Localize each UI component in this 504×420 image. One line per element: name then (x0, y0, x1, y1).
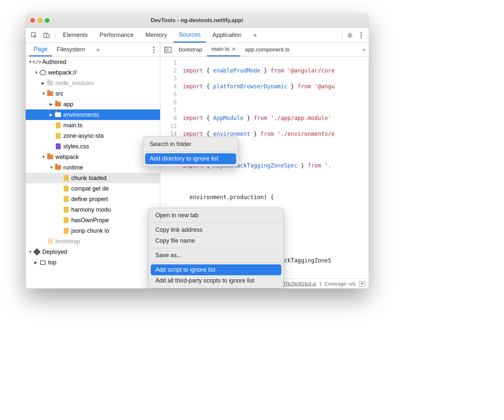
tree-deployed[interactable]: ▼Deployed (26, 247, 160, 257)
device-toolbar-icon[interactable] (41, 30, 52, 41)
filetab-label: app.component.ts (245, 46, 290, 53)
tab-memory[interactable]: Memory (140, 28, 172, 43)
svg-point-5 (361, 35, 362, 36)
tree-chunk-loaded[interactable]: chunk loaded (26, 173, 160, 183)
tab-overflow[interactable]: » (248, 28, 262, 43)
coverage-label: Coverage: n/a (325, 281, 356, 286)
tab-performance[interactable]: Performance (94, 28, 139, 43)
titlebar: DevTools - ng-devtools.netlify.app/ (26, 13, 369, 28)
filetab-label: bootstrap (179, 46, 202, 53)
window-controls (30, 18, 49, 23)
tree-node-modules[interactable]: ▶node_modules (26, 78, 160, 88)
tree-webpack[interactable]: ▼webpack (26, 152, 160, 162)
settings-icon[interactable] (345, 30, 355, 40)
file-icon (48, 238, 53, 244)
menu-separator (151, 248, 281, 248)
file-icon (64, 196, 69, 202)
folder-icon (55, 165, 61, 170)
tree-hasown[interactable]: hasOwnPrope (26, 215, 160, 225)
file-icon (64, 228, 69, 234)
tree-top[interactable]: ▶top (26, 257, 160, 268)
tab-sources[interactable]: Sources (173, 28, 206, 43)
menu-save-as[interactable]: Save as... (151, 250, 281, 261)
file-icon (56, 143, 61, 149)
tree-jsonp[interactable]: jsonp chunk lo (26, 225, 160, 236)
file-icon (64, 207, 69, 213)
file-icon (56, 122, 61, 128)
svg-rect-11 (165, 47, 167, 52)
menu-add-script-ignore[interactable]: Add script to ignore list (151, 264, 281, 275)
minimize-window-icon[interactable] (38, 18, 42, 23)
svg-point-3 (349, 34, 351, 36)
menu-open-new-tab[interactable]: Open in new tab (151, 210, 281, 221)
tree-zone-async[interactable]: zone-async-sta (26, 131, 160, 141)
tree-define-property[interactable]: define propert (26, 194, 160, 204)
subtab-overflow[interactable]: » (92, 43, 104, 56)
toggle-navigator-icon[interactable] (164, 46, 172, 53)
folder-icon (55, 112, 61, 117)
tree-bootstrap[interactable]: bootstrap (26, 236, 160, 247)
tree-environments[interactable]: ▶environments (26, 109, 160, 120)
tree-styles-css[interactable]: styles.css (26, 141, 160, 152)
menu-copy-link[interactable]: Copy link address (151, 225, 281, 235)
context-menu-file: Open in new tab Copy link address Copy f… (148, 208, 284, 288)
menu-separator (151, 223, 281, 223)
select-element-icon[interactable] (28, 30, 40, 41)
svg-rect-2 (47, 34, 49, 38)
code-icon: </> (32, 59, 41, 65)
more-icon[interactable] (356, 30, 366, 40)
tree-harmony[interactable]: harmony modu (26, 204, 160, 215)
cloud-icon (40, 70, 46, 75)
svg-point-8 (153, 49, 154, 50)
devtools-window: DevTools - ng-devtools.netlify.app/ Elem… (26, 13, 369, 288)
tree-runtime[interactable]: ▼runtime (26, 162, 160, 173)
svg-point-9 (153, 51, 154, 53)
folder-icon (47, 91, 53, 96)
tree-compat[interactable]: compat get de (26, 183, 160, 194)
menu-copy-filename[interactable]: Copy file name (151, 235, 281, 246)
subtab-page[interactable]: Page (29, 43, 52, 56)
menu-separator (151, 262, 281, 263)
file-icon (56, 133, 61, 139)
folder-icon (47, 155, 53, 159)
filetab-overflow[interactable]: » (359, 43, 369, 56)
tree-webpack-scheme[interactable]: ▼webpack:// (26, 67, 160, 78)
context-menu-folder: Search in folder Add directory to ignore… (143, 136, 238, 166)
menu-search-in-folder[interactable]: Search in folder (145, 139, 236, 150)
main-tabstrip: Elements Performance Memory Sources Appl… (26, 28, 369, 43)
close-window-icon[interactable] (30, 18, 35, 23)
svg-point-6 (361, 37, 362, 38)
close-tab-icon[interactable]: ✕ (232, 46, 236, 52)
navigator-more-icon[interactable] (149, 45, 159, 55)
tree-app[interactable]: ▶app (26, 99, 160, 109)
cube-icon (33, 248, 41, 256)
zoom-window-icon[interactable] (45, 18, 49, 23)
filetab-label: main.ts (211, 46, 230, 52)
navigator-tabs: Page Filesystem » (26, 43, 160, 56)
folder-icon (55, 102, 61, 106)
tree-authored[interactable]: ▼</>Authored (26, 57, 160, 67)
folder-icon (47, 81, 53, 85)
editor-tabs: bootstrap main.ts ✕ app.component.ts » (160, 43, 369, 56)
tab-application[interactable]: Application (207, 28, 247, 43)
menu-separator (146, 151, 236, 152)
tree-main-ts[interactable]: main.ts (26, 120, 160, 131)
menu-add-directory-ignore[interactable]: Add directory to ignore list (145, 153, 236, 164)
svg-point-4 (361, 32, 362, 34)
tree-src[interactable]: ▼src (26, 88, 160, 99)
tab-elements[interactable]: Elements (58, 28, 93, 43)
navigator-tree: ▼</>Authored ▼webpack:// ▶node_modules ▼… (26, 57, 160, 288)
file-icon (64, 217, 69, 223)
sub-tabstrip: Page Filesystem » bootstrap main.ts ✕ ap… (26, 43, 369, 57)
filetab-main-ts[interactable]: main.ts ✕ (207, 43, 240, 56)
svg-point-7 (153, 47, 154, 48)
filetab-app-component[interactable]: app.component.ts (240, 43, 294, 56)
file-icon (64, 175, 69, 181)
filetab-bootstrap[interactable]: bootstrap (174, 43, 207, 56)
subtab-filesystem[interactable]: Filesystem (52, 43, 90, 56)
file-icon (64, 186, 69, 192)
drawer-toggle-icon[interactable] (359, 281, 365, 286)
menu-add-third-party-ignore[interactable]: Add all third-party scripts to ignore li… (151, 275, 281, 286)
frame-icon (40, 260, 46, 265)
window-title: DevTools - ng-devtools.netlify.app/ (53, 17, 341, 24)
